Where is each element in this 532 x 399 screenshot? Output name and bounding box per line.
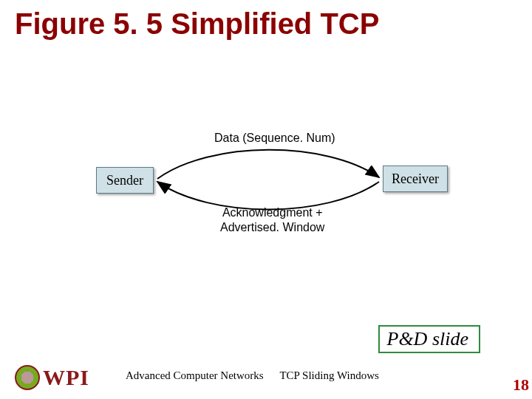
footer-topic: TCP Sliding Windows — [279, 369, 378, 381]
sender-node: Sender — [96, 167, 154, 194]
slide-title: Figure 5. 5 Simplified TCP — [15, 7, 532, 41]
footer: Advanced Computer Networks TCP Sliding W… — [126, 369, 379, 382]
wpi-wordmark: WPI — [43, 365, 89, 390]
ack-label-line1: Acknowledgment + — [222, 206, 323, 219]
page-number: 18 — [513, 375, 529, 395]
arrows — [151, 145, 385, 214]
pnd-slide-box: P&D slide — [378, 325, 481, 353]
slide: Figure 5. 5 Simplified TCP Sender Receiv… — [0, 0, 532, 399]
footer-course: Advanced Computer Networks — [126, 369, 264, 381]
ack-label-line2: Advertised. Window — [220, 221, 324, 233]
wpi-seal-icon — [15, 365, 40, 390]
receiver-node: Receiver — [383, 166, 448, 192]
wpi-logo: WPI — [15, 364, 118, 392]
data-label: Data (Sequence. Num) — [214, 132, 335, 145]
data-arrow — [157, 150, 379, 179]
tcp-diagram: Sender Receiver Data (Sequence. Num) Ack… — [81, 123, 451, 248]
ack-label: Acknowledgment + Advertised. Window — [220, 205, 324, 235]
